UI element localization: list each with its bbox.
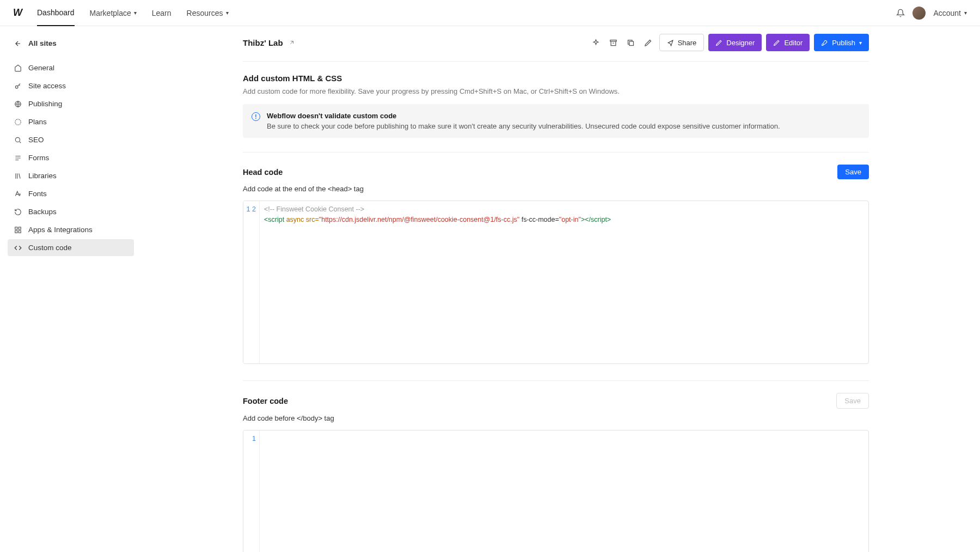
action-icon-2[interactable] <box>607 36 620 49</box>
code-attr: fs-cc-mode= <box>519 216 559 223</box>
svg-rect-8 <box>610 40 616 41</box>
sidebar-back-label: All sites <box>28 39 57 47</box>
publish-button[interactable]: Publish ▾ <box>814 34 869 51</box>
nav-resources[interactable]: Resources ▾ <box>187 0 229 26</box>
editor-button[interactable]: Editor <box>766 34 810 51</box>
svg-point-3 <box>15 137 20 142</box>
search-icon <box>14 136 22 144</box>
forms-icon <box>14 154 22 162</box>
library-icon <box>14 172 22 180</box>
chevron-down-icon: ▾ <box>134 10 137 16</box>
head-code-title: Head code <box>243 168 283 177</box>
section-description: Add custom code for more flexibility. Sa… <box>243 87 869 95</box>
chevron-down-icon: ▾ <box>226 10 229 16</box>
pencil-icon <box>715 39 722 46</box>
sidebar-item-publishing[interactable]: Publishing <box>8 95 134 112</box>
nav-resources-label: Resources <box>187 9 223 17</box>
nav-marketplace[interactable]: Marketplace ▾ <box>90 0 137 26</box>
sidebar-item-label: Apps & Integrations <box>28 226 93 234</box>
sidebar-item-plans[interactable]: Plans <box>8 113 134 130</box>
info-banner: ! Webflow doesn't validate custom code B… <box>243 104 869 138</box>
head-code-desc: Add code at the end of the <head> tag <box>243 185 869 193</box>
page-title-text: Thibz' Lab <box>243 38 283 47</box>
plans-icon <box>14 118 22 126</box>
pen-icon <box>773 39 780 46</box>
sidebar-item-forms[interactable]: Forms <box>8 149 134 166</box>
sparkle-icon <box>592 39 600 47</box>
page-title: Thibz' Lab <box>243 38 295 47</box>
info-icon: ! <box>252 112 260 121</box>
editor-label: Editor <box>784 39 803 47</box>
sidebar-item-site-access[interactable]: Site access <box>8 77 134 94</box>
backup-icon <box>14 208 22 216</box>
sidebar-item-general[interactable]: General <box>8 59 134 76</box>
webflow-logo[interactable]: W <box>13 7 22 19</box>
code-val: "opt-in" <box>559 216 581 223</box>
head-code-gutter: 1 2 <box>243 201 260 363</box>
chevron-down-icon: ▾ <box>964 10 967 16</box>
account-menu[interactable]: Account ▾ <box>933 9 967 17</box>
chevron-down-icon: ▾ <box>859 40 862 46</box>
sidebar-item-label: Site access <box>28 82 66 90</box>
head-code-save-button[interactable]: Save <box>837 165 869 179</box>
rocket-icon <box>821 39 828 46</box>
sidebar-item-label: Libraries <box>28 172 57 180</box>
code-attr: src= <box>304 216 318 223</box>
fonts-icon <box>14 190 22 198</box>
sidebar-item-apps[interactable]: Apps & Integrations <box>8 221 134 238</box>
footer-code-editor[interactable]: 1 <box>243 430 869 552</box>
arrow-left-icon <box>14 40 22 47</box>
share-button[interactable]: Share <box>659 34 705 51</box>
divider <box>243 380 869 381</box>
notifications-icon[interactable] <box>896 9 905 17</box>
nav-dashboard[interactable]: Dashboard <box>37 0 75 26</box>
key-icon <box>14 82 22 90</box>
copy-icon <box>627 39 635 47</box>
footer-code-title: Footer code <box>243 397 288 405</box>
avatar[interactable] <box>912 7 926 20</box>
sidebar-back-all-sites[interactable]: All sites <box>8 35 134 52</box>
action-icon-4[interactable] <box>642 36 655 49</box>
head-code-header: Head code Save <box>243 165 869 179</box>
svg-rect-5 <box>19 227 21 229</box>
external-link-icon[interactable] <box>289 39 295 46</box>
action-icon-1[interactable] <box>590 36 603 49</box>
nav-marketplace-label: Marketplace <box>90 9 131 17</box>
svg-point-2 <box>15 119 21 125</box>
sidebar-item-label: Fonts <box>28 190 47 198</box>
page-actions: Share Designer Editor Publish ▾ <box>590 34 869 51</box>
banner-body: Be sure to check your code before publis… <box>267 122 780 130</box>
action-icon-3[interactable] <box>624 36 638 49</box>
sidebar-item-label: Backups <box>28 208 57 216</box>
code-tag: ></script> <box>581 216 611 223</box>
nav-learn[interactable]: Learn <box>152 0 171 26</box>
account-label: Account <box>933 9 961 17</box>
sidebar-item-label: Forms <box>28 154 49 162</box>
head-code-body[interactable]: <!-- Finsweet Cookie Consent --> <script… <box>260 201 868 363</box>
head-code-editor[interactable]: 1 2 <!-- Finsweet Cookie Consent --> <sc… <box>243 201 869 364</box>
designer-button[interactable]: Designer <box>708 34 762 51</box>
svg-rect-9 <box>629 41 634 46</box>
footer-code-save-button: Save <box>836 393 869 409</box>
sidebar-item-label: Custom code <box>28 244 72 252</box>
code-val: "https://cdn.jsdelivr.net/npm/@finsweet/… <box>319 216 519 223</box>
svg-rect-4 <box>15 227 17 229</box>
footer-code-header: Footer code Save <box>243 393 869 409</box>
footer-code-body[interactable] <box>260 430 868 552</box>
sidebar-item-libraries[interactable]: Libraries <box>8 167 134 184</box>
top-nav: W Dashboard Marketplace ▾ Learn Resource… <box>0 0 980 26</box>
sidebar-item-seo[interactable]: SEO <box>8 131 134 148</box>
code-attr: async <box>284 216 304 223</box>
footer-code-desc: Add code before </body> tag <box>243 414 869 422</box>
sidebar-item-label: SEO <box>28 136 44 144</box>
svg-rect-7 <box>19 230 21 233</box>
globe-icon <box>14 100 22 108</box>
sidebar-item-backups[interactable]: Backups <box>8 203 134 220</box>
sidebar-item-custom-code[interactable]: Custom code <box>8 239 134 256</box>
svg-rect-6 <box>15 230 17 233</box>
footer-code-gutter: 1 <box>243 430 260 552</box>
banner-title: Webflow doesn't validate custom code <box>267 112 780 120</box>
code-comment: <!-- Finsweet Cookie Consent --> <box>264 205 364 213</box>
home-icon <box>14 64 22 72</box>
sidebar-item-fonts[interactable]: Fonts <box>8 185 134 202</box>
